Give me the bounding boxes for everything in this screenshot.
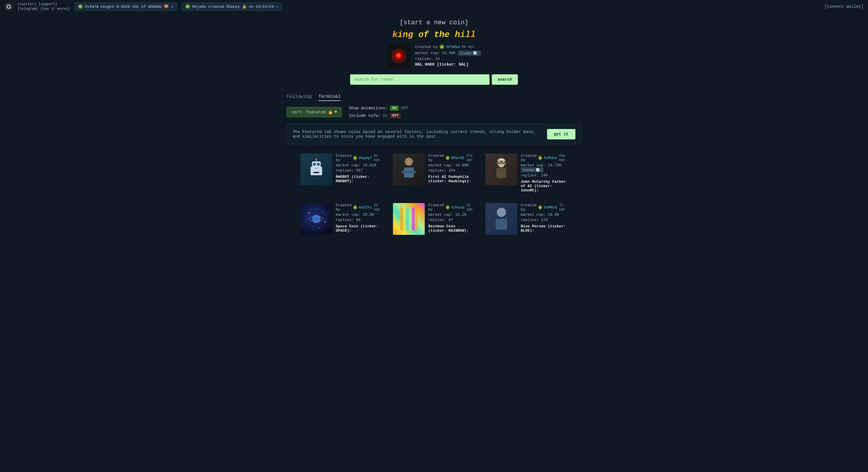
nav-links: [twitter] [support] [telegram] [how it w… [17,2,70,11]
coin-card-6[interactable]: Created by 🐸 3xMNuS 7h ago market cap: 1… [483,201,570,237]
svg-point-6 [314,164,315,165]
coin-6-time: 7h ago [559,203,567,211]
svg-rect-31 [403,207,406,231]
start-new-coin-link[interactable]: [start a new coin] [400,19,468,26]
svg-point-26 [312,226,312,227]
coin-3-info: Created by 🐸 4tMUke 43m ago market cap: … [521,154,567,193]
search-button[interactable]: search [492,74,518,85]
coin-4-creator[interactable]: 4doZFi [359,205,372,210]
featured-coin-replies: replies: 54 [415,57,480,61]
coin-4-replies: replies: 89 [336,218,382,222]
svg-rect-9 [315,168,318,169]
show-animations-label: Show animations: [349,106,388,111]
svg-rect-32 [406,207,409,231]
coin-2-info: Created by 🐸 8PwrSE 37m ago market cap: … [428,154,475,183]
svg-point-7 [318,164,319,165]
created-by-label: Created by [415,45,437,49]
controls-area: sort: featured 🔥 ▼ Show animations: On O… [286,106,582,118]
coin-5-creator[interactable]: V2huua [451,205,465,210]
tabs-content: Following Terminal sort: featured 🔥 ▼ Sh… [275,94,593,237]
tab-following[interactable]: Following [286,94,311,101]
coin-card-5[interactable]: Created by 🐸 V2huua 2h ago market cap: 1… [391,201,477,237]
coin-3-creator-line: Created by 🐸 4tMUke 43m ago [521,154,567,162]
connect-wallet-button[interactable]: [connect wallet] [825,4,863,9]
ticker-1-emoji: 🟢 [78,4,83,9]
svg-rect-34 [412,207,415,231]
svg-rect-35 [415,207,417,231]
sort-chevron-icon: ▼ [335,110,337,114]
search-input[interactable] [350,74,490,85]
coin-3-replies: replies: 244 [521,173,567,178]
ticker-2[interactable]: 🟢 8Kja6b created Shakey 🔒 on 10/14/24 ✕ [182,3,282,11]
featured-coin-time: 9m ago [462,45,474,49]
how-it-works-link[interactable]: [how it works] [40,7,70,11]
coin-5-avatar: 🐸 [446,205,450,210]
featured-coin-creator-line: Created by 🐸 9F3WVw 9m ago [415,44,480,50]
tabs: Following Terminal [286,94,582,101]
svg-point-21 [498,164,504,168]
coin-3-creator[interactable]: 4tMUke [544,156,557,160]
featured-notice: The Featured tab shows coins based on se… [286,124,582,144]
coin-2-time: 37m ago [466,154,475,162]
coin-4-avatar: 🐸 [353,205,357,210]
include-nsfw-toggle: Include nsfw: On Off [349,113,408,118]
coin-4-info: Created by 🐸 4doZFi 2h ago market cap: 2… [336,203,382,233]
show-animations-off[interactable]: Off [401,106,408,111]
featured-coin-info: Created by 🐸 9F3WVw 9m ago market cap: 3… [415,44,480,67]
support-link[interactable]: [support] [38,2,57,6]
robot-face-icon [301,154,332,185]
ticker-1-close[interactable]: ✕ [171,4,173,9]
coin-grid: Created by 🐸 99q4g7 6h ago market cap: 1… [286,151,582,237]
svg-rect-33 [409,207,412,231]
coin-5-replies: replies: 67 [428,218,475,222]
coin-1-creator[interactable]: 99q4g7 [359,156,372,160]
include-nsfw-on[interactable]: On [383,113,388,118]
coin-2-market-cap: market cap: 10.06K [428,163,475,168]
ticker-1-text: Dv4d7A bought 0.0820 SOL of GOUGOU [85,5,162,9]
coin-1-created-by: Created by [336,154,351,162]
coin-card-2[interactable]: Created by 🐸 8PwrSE 37m ago market cap: … [391,151,477,195]
coin-2-creator-line: Created by 🐸 8PwrSE 37m ago [428,154,475,162]
featured-coin-market-cap: market cap: 31.38K [badge:🔄] [415,51,480,56]
featured-coin-badge[interactable]: [badge:🔄] [458,51,481,56]
featured-coin-name: HAL 9000 [ticker: HAL] [415,62,480,67]
show-animations-on[interactable]: On [390,106,399,111]
svg-point-23 [309,213,310,214]
coin-2-creator[interactable]: 8PwrSE [451,156,465,160]
sort-label: sort: featured 🔥 [291,110,333,115]
coin-5-time: 2h ago [466,203,475,211]
ticker-2-emoji: 🟢 [185,4,190,9]
featured-notice-text: The Featured tab shows coins based on se… [292,129,541,139]
coin-3-badge[interactable]: [badge:🔄] [521,168,544,172]
svg-point-27 [319,227,320,228]
coin-1-replies: replies: 587 [336,168,382,173]
coin-2-replies: replies: 104 [428,168,475,173]
svg-point-24 [322,211,323,212]
tab-terminal[interactable]: Terminal [318,94,341,101]
coin-6-avatar: 🐸 [538,205,542,210]
featured-coin-image [387,44,410,67]
svg-rect-20 [496,168,506,178]
twitter-link[interactable]: [twitter] [17,2,36,6]
coin-1-creator-line: Created by 🐸 99q4g7 6h ago [336,154,382,162]
coin-1-name: RWOBOT (ticker: RWOBOT): [336,175,382,183]
coin-6-name: Blue Person (ticker: BLUE): [521,224,567,233]
coin-6-creator[interactable]: 3xMNuS [544,205,557,210]
coin-card-1[interactable]: Created by 🐸 99q4g7 6h ago market cap: 1… [298,151,385,195]
ticker-2-close[interactable]: ✕ [276,4,278,9]
include-nsfw-label: Include nsfw: [349,113,380,118]
coin-4-thumbnail [301,203,332,235]
got-it-button[interactable]: got it [547,129,576,139]
logo-area[interactable] [5,3,13,11]
svg-point-28 [312,215,321,223]
include-nsfw-off[interactable]: Off [390,113,401,118]
telegram-link[interactable]: [telegram] [17,7,38,11]
logo-icon[interactable] [5,3,13,11]
ticker-1[interactable]: 🟢 Dv4d7A bought 0.0820 SOL of GOUGOU 🍑 ✕ [74,3,177,11]
creator-username[interactable]: 9F3WVw [446,45,460,49]
sort-button[interactable]: sort: featured 🔥 ▼ [286,107,342,117]
coin-card-3[interactable]: Created by 🐸 4tMUke 43m ago market cap: … [483,151,570,195]
coin-card-4[interactable]: Created by 🐸 4doZFi 2h ago market cap: 2… [298,201,385,237]
coin-2-avatar: 🐸 [446,155,449,160]
featured-coin-card[interactable]: Created by 🐸 9F3WVw 9m ago market cap: 3… [387,44,480,67]
